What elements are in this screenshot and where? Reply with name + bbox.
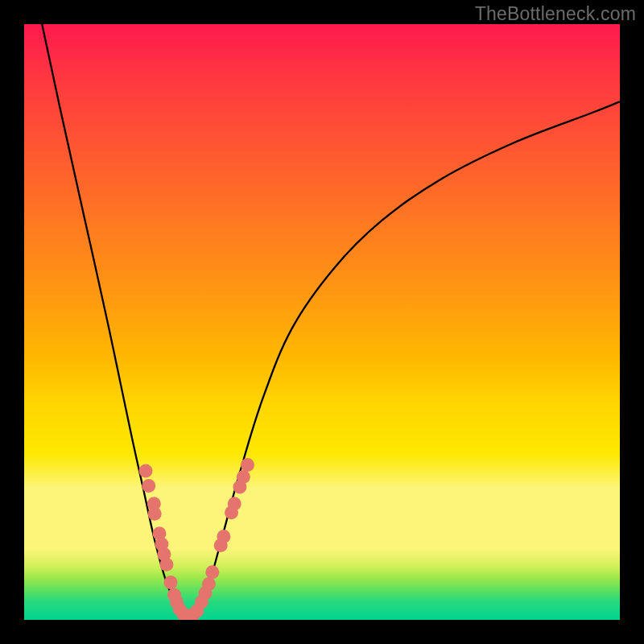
watermark-text: TheBottleneck.com xyxy=(475,3,636,25)
marker-dot xyxy=(228,497,242,510)
marker-dot xyxy=(159,558,173,572)
marker-dot xyxy=(241,458,254,472)
marker-dot xyxy=(217,530,230,543)
marker-dots xyxy=(139,458,255,620)
marker-dot xyxy=(202,577,216,591)
plot-area xyxy=(24,24,620,620)
chart-svg xyxy=(24,24,620,620)
marker-dot xyxy=(148,507,162,521)
chart-frame: TheBottleneck.com xyxy=(0,0,644,644)
marker-dot xyxy=(139,464,153,478)
marker-dot xyxy=(142,479,155,493)
marker-dot xyxy=(237,470,250,484)
marker-dot xyxy=(164,576,178,589)
bottleneck-curve xyxy=(42,24,620,618)
marker-dot xyxy=(205,565,219,579)
